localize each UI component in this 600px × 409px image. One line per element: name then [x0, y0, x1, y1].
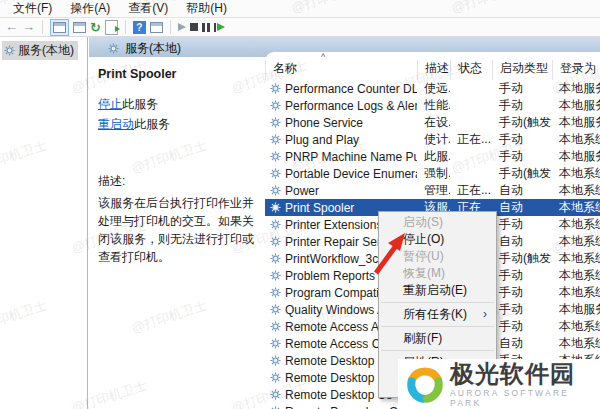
table-row[interactable]: Performance Logs & Aler...性能...手动本地服务 [265, 97, 600, 114]
selected-service-name: Print Spooler [98, 67, 257, 81]
table-row[interactable]: PNRP Machine Name Pu...此服...手动本地服务 [265, 148, 600, 165]
tree-item-services-local[interactable]: 服务(本地) [2, 41, 78, 60]
service-startup-type: 手动(触发... [492, 250, 552, 267]
list-header: ^ 名称 描述 状态 启动类型 登录为 [265, 52, 600, 80]
services-gear-icon [4, 45, 15, 56]
table-row[interactable]: Performance Counter DL...使远...手动本地服务 [265, 80, 600, 97]
service-name: Printer Repair Servi [285, 235, 390, 249]
column-header-description[interactable]: 描述 [417, 60, 450, 80]
service-name: Remote Desktop Se [285, 388, 392, 402]
context-menu-item[interactable]: 重新启动(E) [379, 282, 496, 299]
service-description: 强制... [417, 165, 450, 182]
column-header-status[interactable]: 状态 [450, 60, 492, 80]
service-name: Quality Windows Au [285, 303, 392, 317]
toolbar-divider [125, 20, 126, 34]
service-description: 使远... [417, 80, 450, 97]
column-header-logon-as[interactable]: 登录为 [552, 60, 600, 80]
toolbar-divider [170, 20, 171, 34]
site-logo: 极光软件园 AURORA SOFTWARE PARK [398, 359, 600, 409]
forward-icon[interactable]: → [22, 20, 35, 34]
panel-title: 服务(本地) [108, 40, 181, 57]
sort-ascending-icon: ^ [321, 52, 325, 62]
stop-service-icon[interactable] [190, 23, 198, 31]
service-startup-type: 手动 [492, 318, 552, 335]
service-startup-type: 手动 [492, 148, 552, 165]
export-list-icon[interactable] [105, 20, 118, 35]
refresh-icon[interactable]: ↻ [90, 21, 101, 34]
menubar-item[interactable]: 操作(A) [61, 0, 119, 17]
restart-service-suffix: 此服务 [134, 117, 170, 131]
table-row[interactable]: Plug and Play使计...正在...手动本地系统 [265, 131, 600, 148]
restart-service-link[interactable]: 重启动 [98, 117, 134, 131]
table-row[interactable]: Portable Device Enumera...强制...手动(触发...本… [265, 165, 600, 182]
tree-item-label: 服务(本地) [18, 42, 74, 59]
logo-text: 极光软件园 AURORA SOFTWARE PARK [450, 361, 600, 408]
logo-title: 极光软件园 [450, 361, 600, 387]
service-logon-as: 本地系统 [552, 216, 600, 233]
service-gear-icon [270, 321, 281, 332]
description-text: 该服务在后台执行打印作业并处理与打印机的交互。如果关闭该服务，则无法进行打印或查… [98, 194, 258, 266]
stop-service-line: 停止此服务 [98, 96, 257, 113]
toolbar-divider [42, 20, 43, 34]
service-gear-icon [270, 117, 281, 128]
service-name: Performance Counter DL... [285, 82, 417, 96]
service-logon-as: 本地服务 [552, 148, 600, 165]
service-name: Power [285, 184, 319, 198]
service-gear-icon [270, 372, 281, 383]
service-logon-as: 本地服务 [552, 114, 600, 131]
service-name: Printer Extensions a [285, 218, 392, 232]
service-logon-as: 本地系统 [552, 233, 600, 250]
service-logon-as: 本地系统 [552, 182, 600, 199]
extended-view-icon[interactable] [150, 22, 163, 33]
context-menu-item: 恢复(M) [379, 265, 496, 282]
service-startup-type: 自动 [492, 335, 552, 352]
service-gear-icon [270, 304, 281, 315]
toolbar: ← → ↻ ? [0, 18, 600, 37]
context-menu-item[interactable]: 停止(O) [379, 231, 496, 248]
service-name: Plug and Play [285, 133, 359, 147]
service-startup-type: 手动(触发... [492, 165, 552, 182]
service-gear-icon [270, 185, 281, 196]
service-name: PrintWorkflow_3cbf [285, 252, 388, 266]
service-startup-type: 手动 [492, 131, 552, 148]
show-console-tree-button[interactable] [50, 19, 69, 36]
service-gear-icon [270, 202, 281, 213]
context-menu-separator [381, 302, 494, 303]
service-gear-icon [270, 355, 281, 366]
table-row[interactable]: Power管理...正在...自动本地系统 [265, 182, 600, 199]
help-icon[interactable]: ? [133, 21, 146, 34]
table-row[interactable]: Phone Service在设...手动(触发...本地服务 [265, 114, 600, 131]
restart-service-icon[interactable] [214, 23, 225, 32]
back-icon[interactable]: ← [5, 20, 18, 34]
stop-service-link[interactable]: 停止 [98, 97, 122, 111]
column-header-name[interactable]: 名称 [265, 60, 417, 80]
context-menu-separator [381, 326, 494, 327]
service-detail-panel: Print Spooler 停止此服务 重启动此服务 描述: 该服务在后台执行打… [89, 57, 265, 409]
service-logon-as: 本地系统 [552, 267, 600, 284]
context-menu-item[interactable]: 刷新(F) [379, 330, 496, 347]
services-gear-icon [108, 43, 119, 54]
start-service-icon[interactable] [178, 23, 186, 31]
service-startup-type: 手动 [492, 301, 552, 318]
pause-service-icon[interactable] [202, 23, 210, 32]
service-startup-type: 手动 [492, 216, 552, 233]
context-menu-item[interactable]: 所有任务(K)› [379, 306, 496, 323]
context-menu-item: 暂停(U) [379, 248, 496, 265]
menubar-item[interactable]: 查看(V) [119, 0, 177, 17]
service-name: Remote Desktop Co [285, 354, 393, 368]
properties-icon[interactable] [73, 22, 86, 33]
column-header-startup-type[interactable]: 启动类型 [492, 60, 552, 80]
service-logon-as: 本地服务 [552, 80, 600, 97]
restart-triangle [217, 23, 225, 31]
service-description: 此服... [417, 148, 450, 165]
aurora-logo-icon [402, 361, 448, 407]
service-gear-icon [270, 83, 281, 94]
service-description: 在设... [417, 114, 450, 131]
menubar-item[interactable]: 文件(F) [4, 0, 61, 17]
menubar-item[interactable]: 帮助(H) [177, 0, 236, 17]
service-name: Remote Desktop Se [285, 371, 392, 385]
service-name: Portable Device Enumera... [285, 167, 417, 181]
service-gear-icon [270, 270, 281, 281]
stop-service-suffix: 此服务 [122, 97, 158, 111]
service-description: 性能... [417, 97, 450, 114]
